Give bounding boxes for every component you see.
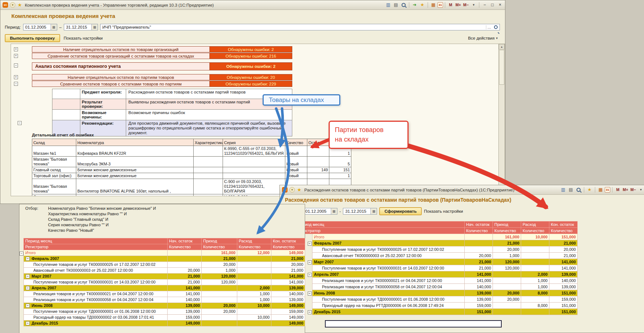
expander-icon[interactable]: − [14, 63, 18, 67]
m-minus-button[interactable]: М− [630, 186, 637, 193]
check-status[interactable]: Обнаружены ошибки: 20 [210, 74, 292, 80]
expander-icon[interactable]: + [14, 75, 18, 79]
search-icon[interactable] [492, 24, 500, 30]
expander-icon[interactable]: − [26, 321, 30, 325]
report-row-doc[interactable]: Реализация товаров и услуг ТК000000021 о… [24, 291, 305, 297]
selected-cell[interactable] [325, 320, 502, 327]
report-row-doc[interactable]: Приходный ордер на товары РТТД0000006 от… [296, 303, 578, 309]
report-area[interactable]: +Наличие отрицательных остатков по товар… [11, 44, 505, 196]
expander-icon[interactable]: − [19, 252, 23, 256]
titlebar-star-icon[interactable]: ★ [18, 2, 22, 8]
expander-icon[interactable]: − [308, 242, 312, 246]
calendar-input-icon[interactable]: ▦ [91, 24, 98, 30]
period-from-value[interactable]: 01.12.2005 [304, 209, 331, 213]
calendar-input-icon[interactable]: ▦ [331, 208, 337, 214]
chevron-down-icon[interactable]: ▾ [637, 186, 644, 193]
titlebar-star-icon[interactable]: ★ [297, 187, 301, 193]
print-preview-icon[interactable] [575, 186, 582, 193]
expander-icon[interactable]: − [26, 257, 30, 261]
calculator-icon[interactable]: ▦ [430, 1, 437, 8]
expander-icon[interactable]: − [18, 121, 22, 125]
m-button[interactable]: М [447, 1, 454, 8]
table-row[interactable]: Магазин №1Кофеварка BRAUN KF22RК-9990, С… [32, 146, 351, 157]
expander-icon[interactable]: − [26, 286, 30, 290]
favorites-icon[interactable]: ★ [419, 1, 426, 8]
period-to-value[interactable]: 31.12.2015 [343, 209, 370, 213]
redo-icon[interactable]: ➔ [411, 1, 418, 8]
m-button[interactable]: М [614, 186, 621, 193]
check-row[interactable]: +Наличие отрицательных остатков по парти… [32, 74, 505, 80]
period-from-input[interactable]: 01.12.2005 ▦ [23, 24, 57, 30]
report-row-month[interactable]: −Апрель 2007141,0002,000139,000 [296, 271, 578, 278]
report-row-month[interactable]: −Март 200721,000120,000141,000 [24, 274, 305, 279]
run-check-button[interactable]: Выполнить проверку [5, 34, 60, 42]
scrollbar-thumb[interactable] [499, 50, 504, 85]
expander-icon[interactable]: + [14, 47, 18, 51]
report-row-month[interactable]: −Декабрь 2015151,000151,000 [296, 309, 578, 315]
maximize-button[interactable]: □ [489, 1, 496, 8]
check-row[interactable]: −Анализ состояния партионного учетаОбнар… [32, 62, 505, 70]
calendar-input-icon[interactable]: ▦ [51, 24, 57, 30]
save-icon[interactable]: ▥ [560, 186, 567, 193]
favorites-icon[interactable]: ★ [586, 186, 593, 193]
close-button[interactable]: × [497, 1, 504, 8]
report-row-doc[interactable]: Реализация товаров и услуг ТК000000058 о… [24, 297, 305, 303]
expander-icon[interactable]: − [14, 82, 18, 86]
calendar-icon[interactable]: 31 [438, 2, 443, 8]
print-preview-icon[interactable] [400, 1, 407, 8]
expander-icon[interactable]: − [26, 304, 30, 308]
table-row[interactable]: Главный складБотинки женские демисезонны… [32, 167, 351, 173]
generate-button[interactable]: Сформировать [379, 207, 422, 215]
chevron-down-icon[interactable]: ▾ [470, 1, 477, 8]
expander-icon[interactable]: − [308, 310, 312, 314]
minimize-button[interactable]: − [481, 1, 488, 8]
report-row-doc[interactable]: Авансовый отчет ТК000000003 от 25.02.200… [24, 268, 305, 274]
save-icon[interactable]: ▥ [385, 1, 392, 8]
show-settings-link[interactable]: Показать настройки [64, 36, 103, 40]
check-status[interactable]: Обнаружены ошибки: 2 [210, 62, 292, 70]
period-to-input[interactable]: 31.12.2015 ▦ [64, 24, 98, 30]
report-row-doc[interactable]: Реализация товаров и услуг ТК000000021 о… [296, 278, 578, 284]
expander-icon[interactable]: + [14, 54, 18, 58]
report-row-doc[interactable]: Поступление товаров и услуг ТД000000001 … [296, 296, 578, 303]
titlebar-main[interactable]: 1С ▾ ★ Комплексная проверка ведения учет… [0, 0, 505, 10]
vertical-scrollbar[interactable]: ▲ ▼ [498, 44, 505, 196]
report-row-doc[interactable]: Поступление товаров и услуг ТК000000025 … [296, 246, 578, 253]
expander-icon[interactable]: − [308, 260, 312, 264]
check-row[interactable]: +Сравнение остатков товаров организаций … [32, 53, 505, 59]
period-from-input[interactable]: 01.12.2005 ▦ [303, 208, 337, 215]
period-to-input[interactable]: 31.12.2015 ▦ [343, 208, 377, 215]
print-icon[interactable]: ▤ [567, 186, 574, 193]
expander-icon[interactable]: − [26, 274, 30, 278]
check-status[interactable]: Обнаружены ошибки: 229 [210, 81, 292, 87]
check-row[interactable]: −Сравнение остатков товаров с остатками … [32, 81, 505, 87]
titlebar-chevron-icon[interactable]: ▾ [10, 2, 15, 8]
all-actions-button[interactable]: Все действия ▾ [468, 36, 498, 40]
show-settings-link[interactable]: Показать настройки [424, 209, 463, 213]
report-row-doc[interactable]: Поступление товаров и услуг ТК000000031 … [296, 265, 578, 271]
report-row-month[interactable]: −Декабрь 2015149,000149,000 [24, 321, 305, 326]
report-row-month[interactable]: −Июнь 2008139,00020,0008,000151,000 [296, 290, 578, 296]
ellipsis-button[interactable]: … [486, 25, 492, 29]
scroll-up-icon[interactable]: ▲ [499, 44, 505, 50]
report-row-total[interactable]: Итого161,00012,000149,000 [24, 250, 305, 256]
check-status[interactable]: Обнаружены ошибки: 216 [210, 53, 292, 59]
report-row-doc[interactable]: Реализация товаров и услуг ТК000000058 о… [296, 284, 578, 290]
expander-icon[interactable]: − [308, 273, 312, 277]
titlebar-parties[interactable]: 1С ▾ ★ Расхождения остатков товаров с ос… [280, 185, 644, 195]
m-plus-button[interactable]: М+ [455, 1, 462, 8]
calculator-icon[interactable]: ▦ [597, 186, 604, 193]
report-row-doc[interactable]: Поступление товаров и услуг ТК000000031 … [24, 279, 305, 285]
period-to-value[interactable]: 31.12.2015 [64, 25, 91, 29]
organization-value[interactable]: ИЧП "Предприниматель" [100, 25, 486, 29]
report-row-month[interactable]: −Февраль 200721,00021,000 [24, 256, 305, 262]
m-plus-button[interactable]: М+ [622, 186, 629, 193]
table-row[interactable]: Торговый зал (офис)Ботинки женские демис… [32, 173, 351, 179]
report-row-month[interactable]: −Февраль 200721,00021,000 [296, 240, 578, 246]
report-row-month[interactable]: −Март 200721,000120,000141,000 [296, 259, 578, 265]
report-row-month[interactable]: −Июнь 2008139,00020,00010,000149,000 [24, 303, 305, 309]
print-icon[interactable]: ▤ [392, 1, 399, 8]
report-row-doc[interactable]: Авансовый отчет ТК000000003 от 25.02.200… [296, 253, 578, 259]
report-row-doc[interactable]: Поступление товаров и услуг ТК000000025 … [24, 262, 305, 268]
report-row-doc[interactable]: Расходный ордер на товары ТД000000002 от… [24, 315, 305, 321]
